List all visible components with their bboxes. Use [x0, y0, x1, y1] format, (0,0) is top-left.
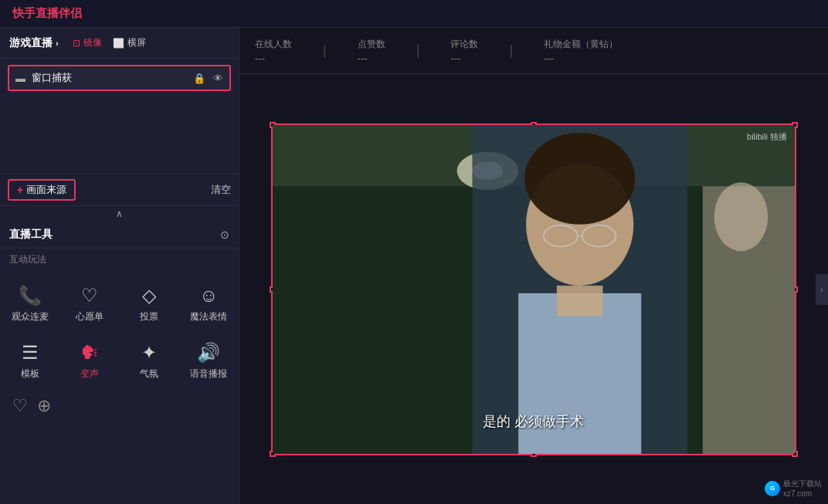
stat-likes-label: 点赞数 [358, 38, 385, 51]
sidebar: 游戏直播 › ⊡ 镜像 ⬜ 横屏 ▬ 窗口捕获 🔒 👁 [0, 28, 239, 504]
right-collapse-icon: › [820, 285, 823, 294]
mirror-btn[interactable]: ⊡ 镜像 [73, 36, 102, 49]
video-subtitle: 是的 必须做手术 [483, 412, 584, 431]
add-bottom-icon[interactable]: ⊕ [37, 396, 51, 416]
sep2: | [416, 42, 420, 59]
tool-vote[interactable]: ◇ 投票 [120, 277, 179, 328]
source-item-actions: 🔒 👁 [193, 73, 223, 84]
tool-audience-mic[interactable]: 📞 观众连麦 [0, 277, 59, 328]
live-tools: 直播工具 ⊙ 互动玩法 📞 观众连麦 ♡ 心愿单 ◇ 投票 [0, 222, 239, 504]
video-svg [273, 125, 795, 454]
lock-icon[interactable]: 🔒 [193, 73, 205, 84]
bilibili-logo: bilibili 独播 [747, 131, 787, 143]
vote-label: 投票 [140, 310, 158, 323]
add-source-label: 画面来源 [26, 183, 66, 197]
audience-mic-label: 观众连麦 [12, 310, 49, 323]
source-list: ▬ 窗口捕获 🔒 👁 [0, 59, 239, 174]
magic-emoji-label: 魔法表情 [190, 310, 227, 323]
watermark-text: 极光下载站 xz7.com [783, 479, 822, 498]
stat-online-value: --- [255, 52, 292, 64]
chevron-right-icon: › [56, 39, 59, 48]
tools-grid-row1: 📞 观众连麦 ♡ 心愿单 ◇ 投票 ☺ 魔法表情 [0, 271, 239, 334]
clear-button[interactable]: 清空 [211, 183, 231, 197]
landscape-btn[interactable]: ⬜ 横屏 [113, 36, 146, 49]
main-layout: 游戏直播 › ⊡ 镜像 ⬜ 横屏 ▬ 窗口捕获 🔒 👁 [0, 28, 828, 504]
stat-gifts-value: --- [544, 52, 618, 64]
tool-wishlist[interactable]: ♡ 心愿单 [59, 277, 119, 328]
vote-icon: ◇ [142, 285, 156, 306]
stats-bar: 在线人数 --- | 点赞数 --- | 评论数 --- | 礼物金额（黄钻） … [239, 28, 828, 74]
mirror-label: 镜像 [83, 36, 102, 49]
emoji-icon: ☺ [199, 285, 219, 306]
mic-icon: 📞 [19, 285, 42, 306]
stat-comments-value: --- [450, 52, 478, 64]
tool-voice-broadcast[interactable]: 🔊 语音播报 [179, 334, 239, 385]
broadcast-icon: 🔊 [197, 342, 220, 364]
wishlist-label: 心愿单 [76, 310, 104, 323]
landscape-label: 横屏 [127, 36, 146, 49]
mirror-icon: ⊡ [73, 38, 80, 49]
live-tools-title: 直播工具 [9, 228, 53, 242]
heart-bottom-icon[interactable]: ♡ [12, 396, 28, 416]
game-live-text: 游戏直播 [9, 36, 53, 50]
template-icon: ☰ [22, 342, 39, 364]
atmosphere-label: 气氛 [140, 367, 158, 381]
video-scene: bilibili 独播 是的 必须做手术 [273, 125, 795, 454]
collapse-icon: ∧ [116, 208, 123, 219]
sidebar-toolbar: 游戏直播 › ⊡ 镜像 ⬜ 横屏 [0, 28, 239, 59]
bottom-icon-row: ♡ ⊕ [0, 391, 239, 416]
stat-comments-label: 评论数 [450, 38, 478, 51]
stat-likes: 点赞数 --- [358, 38, 385, 64]
right-collapse-button[interactable]: › [816, 274, 828, 305]
landscape-icon: ⬜ [113, 38, 124, 49]
watermark: G 极光下载站 xz7.com [765, 479, 822, 498]
source-item-window[interactable]: ▬ 窗口捕获 🔒 👁 [8, 65, 231, 91]
svg-point-6 [524, 132, 635, 224]
eye-icon[interactable]: 👁 [213, 73, 223, 84]
video-inner: bilibili 独播 是的 必须做手术 [273, 125, 795, 454]
template-label: 模板 [21, 367, 39, 381]
svg-rect-8 [557, 286, 603, 316]
right-area: 在线人数 --- | 点赞数 --- | 评论数 --- | 礼物金额（黄钻） … [239, 28, 828, 504]
app-title: 快手直播伴侣 [12, 6, 82, 21]
sep3: | [509, 42, 513, 59]
source-item-label: 窗口捕获 [32, 71, 187, 85]
game-live-label[interactable]: 游戏直播 › [9, 36, 59, 50]
tools-grid-row2: ☰ 模板 🗣 变声 ✦ 气氛 🔊 语音播报 [0, 334, 239, 391]
settings-icon[interactable]: ⊙ [220, 228, 229, 241]
live-tools-header: 直播工具 ⊙ [0, 222, 239, 249]
svg-point-13 [714, 182, 769, 251]
tool-magic-emoji[interactable]: ☺ 魔法表情 [179, 277, 239, 328]
tool-atmosphere[interactable]: ✦ 气氛 [120, 334, 179, 385]
preview-area: bilibili 独播 是的 必须做手术 › G 极光下载站 xz7.com [239, 74, 828, 504]
stat-likes-value: --- [358, 52, 385, 64]
heart-icon: ♡ [81, 285, 98, 306]
window-icon: ▬ [15, 73, 25, 84]
title-bar: 快手直播伴侣 [0, 0, 828, 28]
source-controls: + 画面来源 清空 [0, 174, 239, 206]
stat-online: 在线人数 --- [255, 38, 292, 64]
interactive-label: 互动玩法 [0, 249, 239, 271]
watermark-icon: G [765, 481, 780, 496]
stat-online-label: 在线人数 [255, 38, 292, 51]
plus-icon: + [17, 184, 23, 196]
video-container[interactable]: bilibili 独播 是的 必须做手术 [271, 123, 796, 455]
atmosphere-icon: ✦ [141, 342, 157, 364]
stat-comments: 评论数 --- [450, 38, 478, 64]
collapse-button[interactable]: ∧ [0, 206, 239, 222]
broadcast-label: 语音播报 [190, 367, 227, 381]
stat-gifts-label: 礼物金额（黄钻） [544, 38, 618, 51]
voice-change-label: 变声 [80, 367, 99, 381]
voice-change-icon: 🗣 [80, 342, 99, 364]
add-source-button[interactable]: + 画面来源 [8, 179, 76, 201]
tool-voice-change[interactable]: 🗣 变声 [59, 334, 119, 385]
stat-gifts: 礼物金额（黄钻） --- [544, 38, 618, 64]
tool-template[interactable]: ☰ 模板 [0, 334, 59, 385]
sep1: | [323, 42, 327, 59]
